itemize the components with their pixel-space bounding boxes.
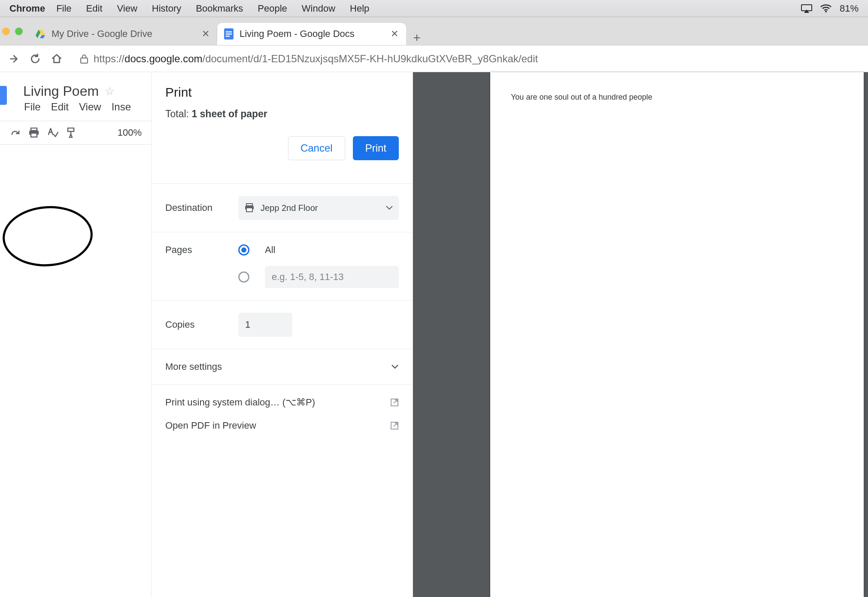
svg-rect-14 [68, 128, 74, 131]
close-tab-icon[interactable]: ✕ [391, 28, 398, 40]
new-tab-button[interactable]: + [406, 30, 428, 45]
close-tab-icon[interactable]: ✕ [202, 28, 209, 40]
destination-select[interactable]: Jepp 2nd Floor [238, 196, 399, 220]
reload-button[interactable] [27, 53, 43, 64]
destination-label: Destination [165, 202, 238, 213]
pages-all-radio[interactable] [238, 244, 249, 256]
browser-tabstrip: My Drive - Google Drive ✕ Living Poem - … [0, 17, 868, 46]
address-bar[interactable]: https://docs.google.com/document/d/1-ED1… [80, 53, 538, 65]
wifi-icon[interactable] [820, 4, 832, 13]
spellcheck-icon[interactable] [47, 128, 58, 138]
maximize-button[interactable] [15, 27, 23, 35]
minimize-button[interactable] [2, 27, 10, 35]
browser-toolbar: https://docs.google.com/document/d/1-ED1… [0, 46, 868, 72]
chevron-down-icon [391, 364, 399, 369]
url-path: /document/d/1-ED15NzuxjsqsMX5F-KH-hU9kdk… [203, 53, 538, 64]
drive-icon [35, 29, 46, 39]
tab-google-docs[interactable]: Living Poem - Google Docs ✕ [217, 23, 406, 45]
star-icon[interactable]: ☆ [105, 85, 115, 98]
cancel-button[interactable]: Cancel [288, 136, 345, 160]
menu-people[interactable]: People [258, 3, 287, 14]
svg-rect-8 [226, 34, 232, 35]
menu-view[interactable]: View [117, 3, 137, 14]
copies-input[interactable]: 1 [238, 313, 292, 337]
print-button[interactable]: Print [353, 136, 399, 160]
pages-range-input[interactable]: e.g. 1-5, 8, 11-13 [265, 266, 399, 288]
battery-percent: 81% [840, 3, 859, 14]
docs-menu-file[interactable]: File [24, 101, 41, 113]
tab-title: Living Poem - Google Docs [240, 28, 355, 40]
docs-menu-insert[interactable]: Inse [112, 101, 131, 113]
menu-edit[interactable]: Edit [86, 3, 103, 14]
svg-rect-7 [226, 31, 232, 33]
home-button[interactable] [49, 53, 64, 64]
menu-bookmarks[interactable]: Bookmarks [196, 3, 243, 14]
window-traffic-lights [2, 27, 23, 35]
docs-toolbar: 100% [0, 121, 151, 145]
destination-value: Jepp 2nd Floor [261, 203, 318, 213]
url-host: docs.google.com [124, 53, 202, 64]
pages-label: Pages [165, 244, 238, 256]
svg-marker-4 [40, 35, 45, 38]
menu-file[interactable]: File [56, 3, 71, 14]
zoom-level[interactable]: 100% [118, 127, 142, 138]
print-dialog-title: Print [165, 85, 399, 100]
menu-window[interactable]: Window [302, 3, 335, 14]
external-link-icon [390, 398, 399, 407]
docs-menu-edit[interactable]: Edit [51, 101, 69, 113]
document-title[interactable]: Living Poem [23, 83, 99, 99]
svg-rect-9 [226, 36, 230, 37]
menu-help[interactable]: Help [350, 3, 369, 14]
macos-menubar: Chrome File Edit View History Bookmarks … [0, 0, 868, 17]
docs-menu-view[interactable]: View [79, 101, 101, 113]
print-preview-area: You are one soul out of a hundred people [413, 72, 868, 597]
tab-title: My Drive - Google Drive [52, 28, 152, 40]
app-name[interactable]: Chrome [9, 3, 45, 14]
preview-page: You are one soul out of a hundred people [490, 72, 864, 597]
chevron-down-icon [386, 206, 393, 210]
more-settings-toggle[interactable]: More settings [165, 361, 399, 372]
docs-app-icon[interactable] [0, 86, 7, 105]
docs-icon [224, 28, 234, 40]
svg-rect-10 [81, 58, 88, 63]
forward-button[interactable] [6, 53, 21, 64]
paint-format-icon[interactable] [66, 128, 76, 138]
google-docs-app: Living Poem ☆ File Edit View Inse [0, 72, 151, 597]
menu-history[interactable]: History [152, 3, 181, 14]
print-dialog: Print Total: 1 sheet of paper Cancel Pri… [151, 72, 413, 597]
copies-label: Copies [165, 319, 238, 330]
print-total: Total: 1 sheet of paper [165, 108, 399, 120]
pages-custom-radio[interactable] [238, 271, 249, 283]
external-link-icon [390, 421, 399, 430]
svg-rect-15 [246, 204, 252, 206]
system-dialog-link[interactable]: Print using system dialog… (⌥⌘P) [165, 397, 399, 408]
pages-all-label[interactable]: All [265, 244, 275, 256]
print-icon[interactable] [28, 128, 39, 138]
svg-rect-17 [246, 208, 252, 212]
svg-rect-11 [31, 128, 37, 131]
preview-text-line: You are one soul out of a hundred people [511, 93, 843, 102]
airplay-icon[interactable] [801, 4, 812, 13]
open-pdf-preview-link[interactable]: Open PDF in Preview [165, 420, 399, 431]
svg-rect-13 [31, 133, 37, 137]
tab-google-drive[interactable]: My Drive - Google Drive ✕ [28, 23, 217, 45]
svg-point-2 [825, 11, 827, 12]
url-scheme: https:// [94, 53, 124, 64]
printer-icon [244, 203, 255, 213]
redo-icon[interactable] [10, 128, 21, 137]
lock-icon [80, 54, 88, 64]
